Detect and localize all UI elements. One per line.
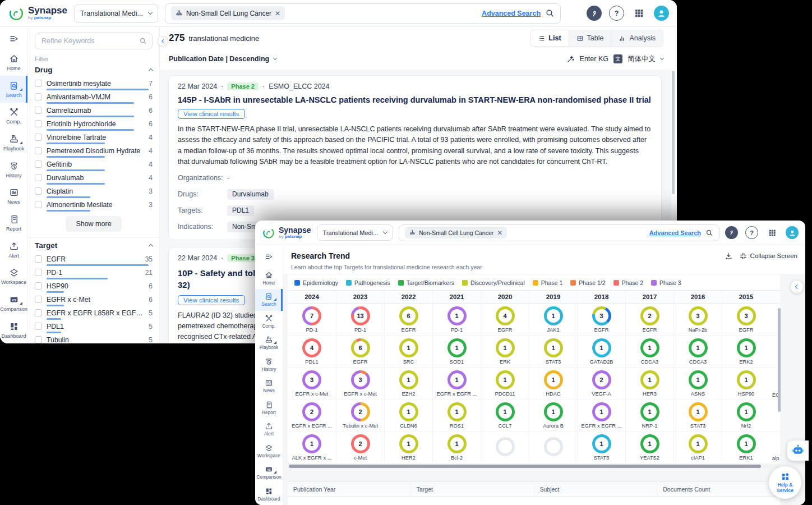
search-term-chip[interactable]: Non-Small Cell Lung Cancer ✕: [171, 6, 285, 20]
checkbox[interactable]: [35, 323, 42, 330]
trend-cell[interactable]: 2c-Met: [336, 431, 384, 463]
expand-panel-button[interactable]: [790, 280, 804, 293]
view-clinical-results-button[interactable]: View clinical results: [178, 109, 245, 119]
sidebar-item-search[interactable]: Search: [255, 289, 283, 310]
trend-cell[interactable]: 1EZH2: [384, 368, 432, 399]
tab-analysis[interactable]: Analysis: [611, 30, 663, 46]
horizontal-scrollbar[interactable]: [289, 465, 761, 468]
sidebar-item-playbook[interactable]: Playbook: [255, 332, 283, 354]
advanced-search-link[interactable]: Advanced Search: [482, 10, 541, 17]
legend-item[interactable]: Phase 1: [533, 279, 563, 286]
checkbox[interactable]: [35, 255, 42, 263]
trend-cell[interactable]: 1CDCA3: [673, 336, 722, 367]
search-bar[interactable]: Non-Small Cell Lung Cancer ✕ Advanced Se…: [165, 3, 561, 24]
advanced-search-link[interactable]: Advanced Search: [649, 229, 701, 236]
checkbox[interactable]: [35, 201, 42, 208]
legend-item[interactable]: Target/Biomarkers: [398, 279, 454, 286]
legend-item[interactable]: Pathogenesis: [346, 279, 390, 286]
sidebar-item-workspace[interactable]: Workspace: [0, 263, 27, 290]
checkbox[interactable]: [35, 80, 42, 87]
trend-cell[interactable]: 1ROS1: [432, 400, 481, 431]
legend-item[interactable]: Phase 2: [613, 279, 644, 286]
trend-cell[interactable]: 6EGFR: [384, 304, 432, 335]
sidebar-item-workspace[interactable]: Workspace: [255, 440, 283, 461]
trend-cell[interactable]: 1Bcl-2: [432, 431, 481, 463]
trend-cell[interactable]: 2EGFR x EGFR ...: [288, 400, 336, 431]
sidebar-item-home[interactable]: Home: [0, 49, 27, 76]
patsnap-icon[interactable]: [587, 6, 602, 21]
trend-cell[interactable]: 1JAK1: [529, 304, 577, 335]
trend-cell[interactable]: 1PD-1: [432, 304, 481, 335]
trend-cell[interactable]: 1ERK1: [722, 431, 770, 463]
checkbox[interactable]: [35, 147, 42, 154]
trend-cell[interactable]: 1Nrf2: [722, 400, 770, 431]
trend-cell[interactable]: 2VEGF-A: [577, 368, 625, 399]
trend-cell[interactable]: 1ALK x EGFR x ...: [288, 431, 336, 463]
sidebar-item-playbook[interactable]: Playbook: [0, 130, 27, 157]
sort-selector[interactable]: Publication Date | Descending: [169, 55, 269, 63]
filter-item-row[interactable]: Almonertinib Mesilate3: [35, 200, 153, 209]
checkbox[interactable]: [35, 134, 42, 141]
filter-item-row[interactable]: Vinorelbine Tartrate4: [35, 133, 153, 141]
trend-cell[interactable]: 1HER3: [625, 368, 673, 399]
filter-section-header[interactable]: Drug: [35, 66, 153, 74]
help-icon[interactable]: ?: [609, 6, 624, 21]
synapse-logo[interactable]: Synapse by patsnap: [262, 226, 311, 240]
trend-cell[interactable]: 4PDL1: [288, 336, 336, 367]
filter-item-row[interactable]: Gefitinib4: [35, 160, 153, 168]
sidebar-item-news[interactable]: News: [255, 375, 283, 397]
filter-collapse-button[interactable]: [158, 36, 168, 47]
sidebar-item-alert[interactable]: Alert: [255, 419, 283, 440]
article-title[interactable]: 145P - I-SAbR in unresectable LA-NSCLC p…: [178, 95, 652, 104]
collapse-sidebar-button[interactable]: [0, 30, 27, 47]
patsnap-icon[interactable]: [725, 226, 738, 239]
trend-cell[interactable]: 13PD-1: [336, 304, 384, 335]
filter-section-header[interactable]: Target: [35, 241, 153, 250]
trend-cell[interactable]: 3EGFR x c-Met: [336, 368, 384, 399]
sidebar-item-comp[interactable]: Comp.: [0, 103, 27, 130]
language-selector[interactable]: 简体中文: [628, 54, 656, 64]
checkbox[interactable]: [35, 160, 42, 168]
collapse-screen-button[interactable]: Collapse Screen: [739, 252, 797, 260]
filter-item-row[interactable]: Camrelizumab6: [35, 106, 153, 114]
filter-item-row[interactable]: PDL15: [35, 322, 153, 330]
sidebar-item-news[interactable]: News: [0, 183, 27, 210]
trend-cell[interactable]: 1STAT3: [577, 431, 625, 463]
filter-item-row[interactable]: EGFR35: [35, 255, 153, 263]
trend-cell[interactable]: 3EGFR: [722, 304, 770, 335]
sidebar-item-report[interactable]: Report: [0, 210, 27, 237]
trend-cell[interactable]: 1STAT3: [529, 336, 577, 367]
sidebar-item-comparison[interactable]: Comparison: [0, 290, 27, 317]
trend-cell[interactable]: 2Tubulin x c-Met: [336, 400, 384, 431]
search-icon[interactable]: [545, 8, 555, 18]
trend-cell[interactable]: 1ERK: [481, 336, 529, 367]
filter-item-row[interactable]: Tubulin5: [35, 336, 153, 343]
sidebar-item-history[interactable]: History: [0, 156, 27, 183]
checkbox[interactable]: [35, 269, 42, 276]
trend-cell[interactable]: 1SRC: [384, 336, 432, 367]
filter-item-row[interactable]: EGFR x c-Met6: [35, 295, 153, 304]
view-clinical-results-button[interactable]: View clinical results: [178, 295, 245, 305]
search-term-chip[interactable]: Non-Small Cell Lung Cancer ✕: [405, 227, 507, 238]
show-more-button[interactable]: Show more: [66, 216, 121, 232]
avatar[interactable]: [786, 226, 799, 239]
sidebar-item-report[interactable]: Report: [255, 397, 283, 419]
trend-cell[interactable]: 4EGFR: [481, 304, 529, 335]
sidebar-item-comparison[interactable]: Comparison: [255, 462, 283, 483]
legend-item[interactable]: Epidemiology: [294, 279, 338, 286]
sidebar-item-alert[interactable]: Alert: [0, 236, 27, 263]
filter-item-row[interactable]: Pemetrexed Disodium Hydrate4: [35, 146, 153, 155]
help-icon[interactable]: ?: [745, 226, 758, 239]
trend-cell[interactable]: 1NRP-1: [625, 400, 673, 431]
sidebar-item-dashboard[interactable]: Dashboard: [255, 483, 283, 504]
trend-cell[interactable]: 1ERK2: [722, 336, 770, 367]
filter-item-row[interactable]: Cisplatin3: [35, 187, 153, 195]
scope-dropdown[interactable]: Translational Medi...: [74, 4, 158, 23]
enter-kg-button[interactable]: Enter KG: [580, 55, 608, 63]
trend-cell[interactable]: 7PD-1: [288, 304, 336, 335]
article-card[interactable]: 22 Mar 2024· Phase 2· ESMO_ELCC 2024 145…: [168, 75, 662, 240]
download-icon[interactable]: [725, 252, 733, 260]
trend-cell[interactable]: 1GATAD2B: [577, 336, 625, 367]
help-service-button[interactable]: Help & Service: [769, 466, 801, 499]
checkbox[interactable]: [35, 174, 42, 181]
